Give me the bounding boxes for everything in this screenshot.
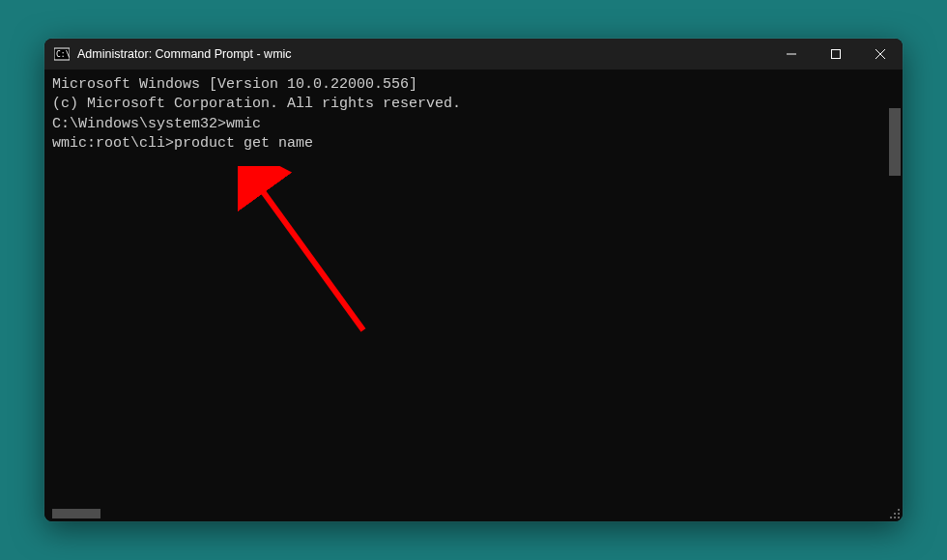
terminal-line: (c) Microsoft Corporation. All rights re…: [52, 95, 895, 114]
window-title: Administrator: Command Prompt - wmic: [77, 47, 292, 61]
command-prompt-window: C:\ Administrator: Command Prompt - wmic…: [44, 39, 903, 521]
maximize-button[interactable]: [814, 39, 858, 70]
terminal-body[interactable]: Microsoft Windows [Version 10.0.22000.55…: [44, 70, 903, 521]
svg-rect-3: [832, 50, 841, 59]
terminal-prompt: wmic:root\cli>product get name: [52, 134, 895, 154]
cmd-icon: C:\: [54, 46, 70, 62]
svg-point-10: [898, 513, 900, 515]
svg-point-9: [894, 513, 896, 515]
horizontal-scrollbar[interactable]: [52, 509, 100, 518]
resize-grip-icon[interactable]: [887, 506, 901, 519]
titlebar-left: C:\ Administrator: Command Prompt - wmic: [54, 46, 292, 62]
vertical-scrollbar[interactable]: [889, 108, 901, 176]
svg-point-11: [890, 517, 892, 518]
svg-line-7: [257, 183, 363, 330]
terminal-prompt: C:\Windows\system32>wmic: [52, 115, 895, 134]
close-button[interactable]: [858, 39, 903, 70]
svg-point-12: [894, 517, 896, 518]
svg-point-8: [898, 509, 900, 511]
svg-point-13: [898, 517, 900, 518]
minimize-button[interactable]: [769, 39, 814, 70]
titlebar[interactable]: C:\ Administrator: Command Prompt - wmic: [44, 39, 903, 70]
red-arrow-annotation: [238, 166, 392, 340]
terminal-line: Microsoft Windows [Version 10.0.22000.55…: [52, 75, 895, 95]
svg-text:C:\: C:\: [56, 50, 70, 59]
window-controls: [769, 39, 903, 70]
